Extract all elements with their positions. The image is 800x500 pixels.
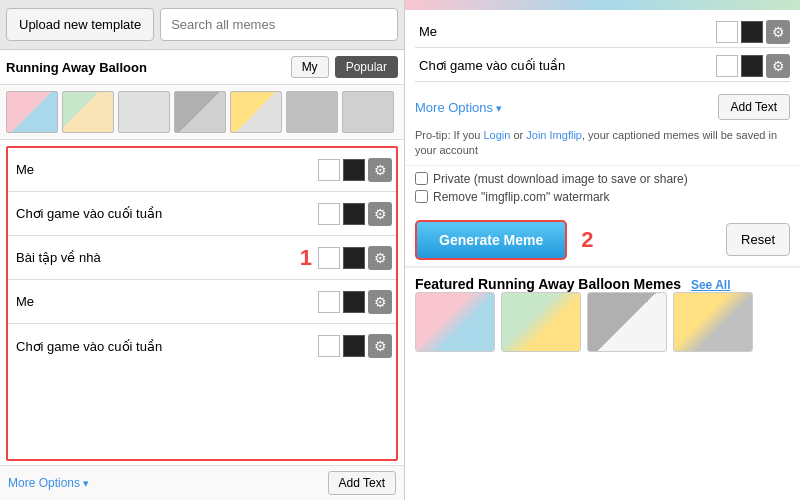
upload-template-button[interactable]: Upload new template (6, 8, 154, 41)
template-thumb-7[interactable] (342, 91, 394, 133)
right-gear-button-1[interactable]: ⚙ (766, 20, 790, 44)
protip-text: Pro-tip: If you Login or Join Imgflip, y… (405, 124, 800, 166)
right-text-input-2[interactable] (415, 52, 716, 79)
featured-thumb-4[interactable] (673, 292, 753, 352)
color-black-4[interactable] (343, 291, 365, 313)
tab-popular[interactable]: Popular (335, 56, 398, 78)
featured-thumb-3[interactable] (587, 292, 667, 352)
watermark-label: Remove "imgflip.com" watermark (433, 190, 610, 204)
generate-area: Generate Meme 2 Reset (405, 214, 800, 267)
gear-button-3[interactable]: ⚙ (368, 246, 392, 270)
more-options-right[interactable]: More Options (415, 100, 502, 115)
text-field-row-5: ⚙ (8, 324, 396, 368)
add-text-button-right[interactable]: Add Text (718, 94, 790, 120)
join-link[interactable]: Join Imgflip (526, 129, 582, 141)
right-field-row-1: ⚙ (415, 18, 790, 48)
right-more-options-bar: More Options Add Text (405, 90, 800, 124)
color-white-4[interactable] (318, 291, 340, 313)
color-black-3[interactable] (343, 247, 365, 269)
template-thumb-2[interactable] (62, 91, 114, 133)
more-options-left[interactable]: More Options (8, 476, 89, 490)
text-fields-group: ⚙ ⚙ 1 ⚙ ⚙ ⚙ (6, 146, 398, 461)
text-input-5[interactable] (12, 333, 318, 360)
right-color-white-2[interactable] (716, 55, 738, 77)
add-text-button-left[interactable]: Add Text (328, 471, 396, 495)
login-link[interactable]: Login (483, 129, 510, 141)
gear-button-4[interactable]: ⚙ (368, 290, 392, 314)
right-color-white-1[interactable] (716, 21, 738, 43)
private-checkbox-row: Private (must download image to save or … (415, 172, 790, 186)
color-black-2[interactable] (343, 203, 365, 225)
color-white-1[interactable] (318, 159, 340, 181)
private-checkbox[interactable] (415, 172, 428, 185)
text-input-1[interactable] (12, 156, 318, 183)
generate-meme-button[interactable]: Generate Meme (415, 220, 567, 260)
text-field-row-3: 1 ⚙ (8, 236, 396, 280)
see-all-link[interactable]: See All (691, 278, 731, 292)
featured-section: Featured Running Away Balloon Memes See … (405, 267, 800, 356)
featured-thumbnails (415, 292, 790, 352)
text-field-row-2: ⚙ (8, 192, 396, 236)
color-white-5[interactable] (318, 335, 340, 357)
template-title: Running Away Balloon (6, 60, 285, 75)
right-gear-button-2[interactable]: ⚙ (766, 54, 790, 78)
color-white-3[interactable] (318, 247, 340, 269)
featured-header: Featured Running Away Balloon Memes See … (415, 276, 790, 292)
right-color-black-1[interactable] (741, 21, 763, 43)
right-text-input-1[interactable] (415, 18, 716, 45)
checkboxes-section: Private (must download image to save or … (405, 166, 800, 214)
featured-thumb-1[interactable] (415, 292, 495, 352)
gear-button-2[interactable]: ⚙ (368, 202, 392, 226)
featured-title: Featured Running Away Balloon Memes See … (415, 276, 731, 292)
template-thumb-3[interactable] (118, 91, 170, 133)
text-input-2[interactable] (12, 200, 318, 227)
text-field-row-1: ⚙ (8, 148, 396, 192)
watermark-checkbox[interactable] (415, 190, 428, 203)
red-number-1: 1 (294, 245, 318, 271)
text-input-4[interactable] (12, 288, 318, 315)
left-bottom-bar: More Options Add Text (0, 465, 404, 500)
gear-button-1[interactable]: ⚙ (368, 158, 392, 182)
meme-preview-area (405, 0, 800, 10)
watermark-checkbox-row: Remove "imgflip.com" watermark (415, 190, 790, 204)
color-black-5[interactable] (343, 335, 365, 357)
right-panel: ⚙ ⚙ More Options Add Text Pro-tip: If yo… (405, 0, 800, 500)
left-panel: Upload new template Running Away Balloon… (0, 0, 405, 500)
featured-thumb-2[interactable] (501, 292, 581, 352)
red-number-2: 2 (577, 227, 597, 253)
private-label: Private (must download image to save or … (433, 172, 688, 186)
right-text-fields: ⚙ ⚙ (405, 10, 800, 90)
template-bar: Running Away Balloon My Popular (0, 50, 404, 85)
gear-button-5[interactable]: ⚙ (368, 334, 392, 358)
color-white-2[interactable] (318, 203, 340, 225)
text-field-row-4: ⚙ (8, 280, 396, 324)
template-thumb-6[interactable] (286, 91, 338, 133)
right-field-row-2: ⚙ (415, 52, 790, 82)
top-bar: Upload new template (0, 0, 404, 50)
search-input[interactable] (160, 8, 398, 41)
color-black-1[interactable] (343, 159, 365, 181)
text-input-3[interactable] (12, 244, 294, 271)
template-thumb-5[interactable] (230, 91, 282, 133)
template-thumb-4[interactable] (174, 91, 226, 133)
tab-my[interactable]: My (291, 56, 329, 78)
right-color-black-2[interactable] (741, 55, 763, 77)
thumbnail-strip (0, 85, 404, 140)
reset-button[interactable]: Reset (726, 223, 790, 256)
template-thumb-1[interactable] (6, 91, 58, 133)
